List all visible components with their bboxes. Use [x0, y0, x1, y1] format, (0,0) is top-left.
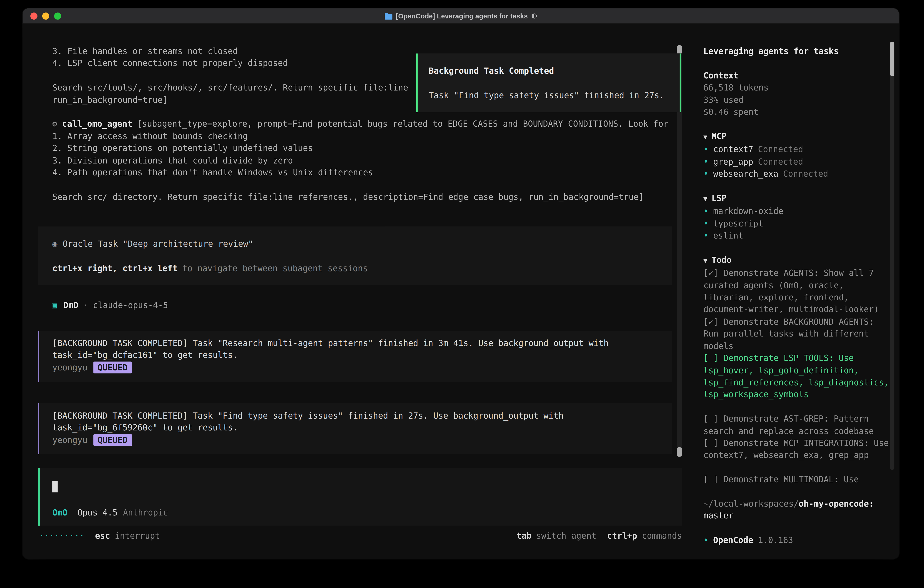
lsp-section-header[interactable]: ▼LSP: [703, 192, 890, 205]
oracle-task-panel[interactable]: ◉Oracle Task "Deep architecture review" …: [38, 226, 672, 285]
mcp-heading-label: MCP: [711, 131, 726, 141]
tool-args: [subagent_type=explore, prompt=Find pote…: [137, 119, 668, 129]
sidebar-scrollbar-thumb[interactable]: [890, 41, 894, 76]
workspace-dir: ~/local-workspaces/: [703, 499, 799, 509]
todo-item-done: [✓] Demonstrate AGENTS: Show all 7 curat…: [703, 267, 890, 315]
context-spent: $0.46 spent: [703, 106, 890, 118]
blank-line: [52, 178, 668, 190]
toast-title: Background Task Completed: [429, 65, 669, 77]
message-author: yeongyu: [52, 363, 87, 372]
opencode-window: [OpenCode] Leveraging agents for tasks ◐…: [23, 8, 899, 559]
workspace-branch: master: [703, 511, 733, 520]
mcp-section-header[interactable]: ▼MCP: [703, 130, 890, 144]
lsp-item: •markdown-oxide: [703, 205, 890, 217]
todo-item-active: [ ] Demonstrate LSP TOOLS: Use lsp_hover…: [703, 352, 890, 400]
agent-square-icon: ▣: [52, 301, 57, 310]
mcp-item: •websearch_exaConnected: [703, 168, 890, 180]
mcp-item: •grep_appConnected: [703, 155, 890, 168]
context-heading: Context: [703, 69, 890, 81]
todo-item-done: [✓] Demonstrate BACKGROUND AGENTS: Run p…: [703, 315, 890, 352]
message-line: task_id="bg_6f59260c" to get results.: [52, 422, 672, 434]
tab-key-label: tab: [516, 531, 531, 540]
spinner-dots: ·········: [40, 530, 84, 542]
titlebar: [OpenCode] Leveraging agents for tasks ◐: [23, 8, 899, 24]
status-badge: QUEUED: [94, 434, 132, 446]
chevron-down-icon: ▼: [703, 195, 707, 203]
context-tokens: 66,518 tokens: [703, 82, 890, 94]
progress-icon: ◐: [531, 10, 537, 22]
hint-keys: ctrl+x right, ctrl+x left: [52, 263, 178, 273]
todo-item-pending: [ ] Demonstrate MULTIMODAL: Use: [703, 473, 890, 486]
chevron-down-icon: ▼: [703, 133, 707, 141]
context-used: 33% used: [703, 94, 890, 106]
session-title: Leveraging agents for tasks: [703, 45, 890, 57]
tab-hint: tabswitch agent: [516, 530, 596, 542]
mcp-status: Connected: [783, 169, 828, 178]
bullet-icon: •: [703, 169, 708, 178]
bullet-icon: •: [703, 535, 708, 545]
tool-call-item: 1. Array access without bounds checking: [52, 130, 668, 142]
todo-heading-label: Todo: [711, 255, 731, 265]
todo-section-header[interactable]: ▼Todo: [703, 254, 890, 267]
mcp-status: Connected: [758, 157, 803, 166]
traffic-lights: [30, 13, 61, 20]
prompt-input[interactable]: OmOOpus 4.5Anthropic: [38, 468, 682, 526]
lsp-name: eslint: [713, 231, 743, 240]
main-scrollbar-thumb-bottom[interactable]: [676, 447, 682, 457]
ctrlp-key-label: ctrl+p: [607, 531, 637, 540]
toast-body: Task "Find type safety issues" finished …: [429, 89, 669, 101]
tool-call-item: 3. Division operations that could divide…: [52, 154, 668, 167]
input-agent-name: OmO: [52, 507, 67, 517]
app-version-row: •OpenCode1.0.163: [703, 534, 890, 546]
session-sidebar: Leveraging agents for tasks Context 66,5…: [694, 24, 899, 559]
zoom-button[interactable]: [54, 13, 61, 20]
mcp-item: •context7Connected: [703, 144, 890, 155]
message-author: yeongyu: [52, 435, 87, 445]
tool-call-line: ⚙call_omo_agent[subagent_type=explore, p…: [52, 118, 668, 130]
mcp-name: grep_app: [713, 157, 753, 166]
mcp-status: Connected: [758, 145, 803, 154]
tool-call-item: 2. String operations on potentially unde…: [52, 142, 668, 154]
esc-key-label: esc: [95, 531, 110, 540]
input-provider-name: Anthropic: [123, 507, 168, 517]
agent-model: claude-opus-4-5: [93, 301, 168, 310]
commands-hint: ctrl+pcommands: [607, 530, 682, 542]
status-bar: ········· escinterrupt tabswitch agent c…: [40, 530, 682, 542]
status-badge: QUEUED: [94, 361, 132, 373]
oracle-icon: ◉: [52, 239, 57, 249]
message-line: [BACKGROUND TASK COMPLETED] Task "Find t…: [52, 410, 672, 422]
oracle-task-title: Oracle Task "Deep architecture review": [63, 239, 253, 249]
chevron-down-icon: ▼: [703, 257, 707, 264]
notification-toast[interactable]: Background Task Completed Task "Find typ…: [416, 53, 681, 112]
mcp-name: websearch_exa: [713, 169, 779, 178]
background-task-message: [BACKGROUND TASK COMPLETED] Task "Find t…: [38, 403, 672, 454]
input-meta-row: OmOOpus 4.5Anthropic: [52, 506, 168, 519]
message-meta-row: yeongyuQUEUED: [52, 361, 672, 373]
tool-call-closing: Search src/ directory. Return specific f…: [52, 191, 668, 203]
workspace-repo: oh-my-opencode:: [799, 499, 874, 509]
folder-icon: [385, 13, 393, 19]
agent-name: OmO: [63, 301, 78, 310]
sidebar-scrollbar-track[interactable]: [890, 41, 894, 470]
message-line: [BACKGROUND TASK COMPLETED] Task "Resear…: [52, 337, 672, 349]
close-button[interactable]: [30, 13, 37, 20]
hint-text: to navigate between subagent sessions: [182, 263, 368, 273]
window-title-text: [OpenCode] Leveraging agents for tasks: [396, 10, 528, 22]
tab-action-label: switch agent: [536, 531, 596, 540]
window-title: [OpenCode] Leveraging agents for tasks ◐: [23, 8, 899, 24]
lsp-item: •eslint: [703, 230, 890, 242]
esc-hint: escinterrupt: [95, 530, 160, 542]
bullet-icon: •: [703, 206, 708, 216]
lsp-item: •typescript: [703, 217, 890, 230]
app-version: 1.0.163: [758, 535, 793, 545]
bullet-icon: •: [703, 145, 708, 154]
message-line: task_id="bg_dcfac161" to get results.: [52, 349, 672, 361]
esc-action-label: interrupt: [115, 531, 160, 540]
input-model-name: Opus 4.5: [78, 507, 117, 517]
mcp-name: context7: [713, 145, 753, 154]
gear-icon: ⚙: [52, 119, 57, 129]
text-cursor: [52, 481, 58, 492]
lsp-name: typescript: [713, 218, 763, 228]
minimize-button[interactable]: [42, 13, 50, 20]
workspace-path: ~/local-workspaces/oh-my-opencode: maste…: [703, 498, 890, 522]
